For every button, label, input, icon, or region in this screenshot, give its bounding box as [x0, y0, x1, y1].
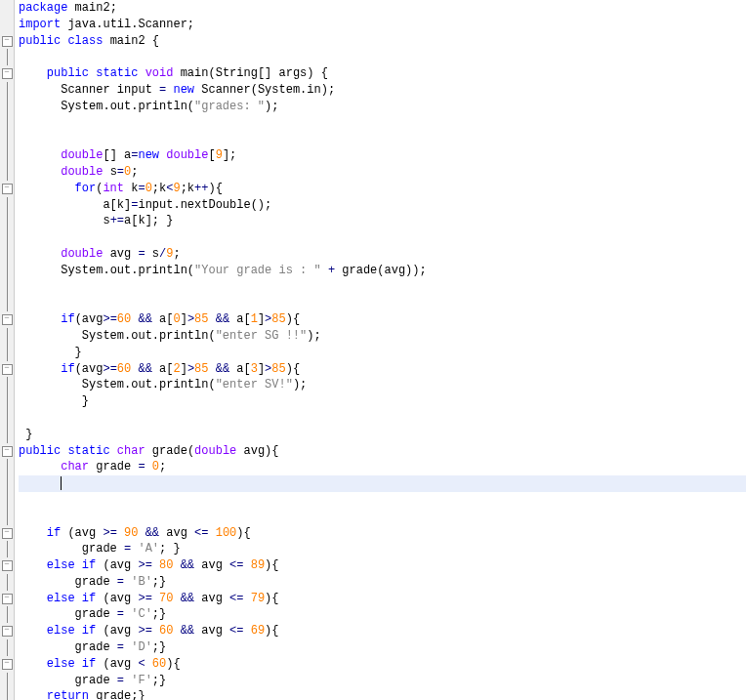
- code-area[interactable]: package main2; import java.util.Scanner;…: [15, 0, 746, 700]
- code-line[interactable]: else if (avg >= 60 && avg <= 69){: [19, 623, 746, 639]
- code-line[interactable]: import java.util.Scanner;: [19, 17, 746, 33]
- code-line[interactable]: else if (avg < 60){: [19, 656, 746, 673]
- code-line[interactable]: }: [19, 427, 746, 443]
- code-line[interactable]: if(avg>=60 && a[0]>85 && a[1]>85){: [19, 311, 746, 328]
- fold-toggle[interactable]: −: [2, 659, 13, 670]
- code-line[interactable]: s+=a[k]; }: [19, 213, 746, 229]
- code-line[interactable]: [19, 131, 746, 147]
- fold-toggle[interactable]: −: [2, 314, 13, 325]
- code-line[interactable]: [19, 115, 746, 132]
- code-line[interactable]: }: [19, 393, 746, 410]
- code-line-current[interactable]: [19, 475, 746, 492]
- code-line[interactable]: public static char grade(double avg){: [19, 443, 746, 460]
- fold-toggle[interactable]: −: [2, 560, 13, 571]
- fold-toggle[interactable]: −: [2, 626, 13, 637]
- code-line[interactable]: double[] a=new double[9];: [19, 147, 746, 164]
- code-line[interactable]: public class main2 {: [19, 33, 746, 50]
- code-line[interactable]: grade = 'B';}: [19, 574, 746, 591]
- code-line[interactable]: grade = 'C';}: [19, 606, 746, 623]
- code-line[interactable]: [19, 295, 746, 311]
- code-line[interactable]: grade = 'D';}: [19, 639, 746, 656]
- code-line[interactable]: [19, 49, 746, 65]
- code-line[interactable]: Scanner input = new Scanner(System.in);: [19, 82, 746, 99]
- code-line[interactable]: grade = 'A'; }: [19, 541, 746, 557]
- code-line[interactable]: double avg = s/9;: [19, 246, 746, 263]
- fold-toggle[interactable]: −: [2, 528, 13, 539]
- code-line[interactable]: [19, 229, 746, 246]
- fold-toggle[interactable]: −: [2, 36, 13, 47]
- code-line[interactable]: char grade = 0;: [19, 459, 746, 475]
- code-line[interactable]: double s=0;: [19, 164, 746, 181]
- fold-toggle[interactable]: −: [2, 184, 13, 194]
- code-line[interactable]: grade = 'F';}: [19, 673, 746, 689]
- code-line[interactable]: public static void main(String[] args) {: [19, 65, 746, 82]
- code-line[interactable]: [19, 509, 746, 525]
- code-line[interactable]: System.out.println("enter SG !!");: [19, 328, 746, 345]
- code-line[interactable]: else if (avg >= 80 && avg <= 89){: [19, 557, 746, 574]
- fold-toggle[interactable]: −: [2, 446, 13, 457]
- code-line[interactable]: }: [19, 345, 746, 361]
- fold-toggle[interactable]: −: [2, 68, 13, 79]
- code-line[interactable]: if(avg>=60 && a[2]>85 && a[3]>85){: [19, 361, 746, 378]
- code-line[interactable]: for(int k=0;k<9;k++){: [19, 181, 746, 197]
- code-line[interactable]: a[k]=input.nextDouble();: [19, 197, 746, 214]
- fold-gutter: − − − − − − − − − −: [0, 0, 15, 700]
- code-line[interactable]: System.out.println("Your grade is : " + …: [19, 263, 746, 279]
- code-editor: − − − − − − − − − −: [0, 0, 746, 700]
- code-line[interactable]: [19, 279, 746, 296]
- text-cursor: [61, 476, 62, 490]
- code-line[interactable]: System.out.println("enter SV!");: [19, 377, 746, 393]
- code-line[interactable]: [19, 492, 746, 509]
- code-line[interactable]: package main2;: [19, 0, 746, 17]
- code-line[interactable]: else if (avg >= 70 && avg <= 79){: [19, 591, 746, 607]
- fold-toggle[interactable]: −: [2, 364, 13, 375]
- code-line[interactable]: [19, 410, 746, 427]
- code-line[interactable]: if (avg >= 90 && avg <= 100){: [19, 525, 746, 542]
- fold-toggle[interactable]: −: [2, 594, 13, 604]
- code-line[interactable]: return grade;}: [19, 688, 746, 700]
- code-line[interactable]: System.out.println("grades: ");: [19, 99, 746, 115]
